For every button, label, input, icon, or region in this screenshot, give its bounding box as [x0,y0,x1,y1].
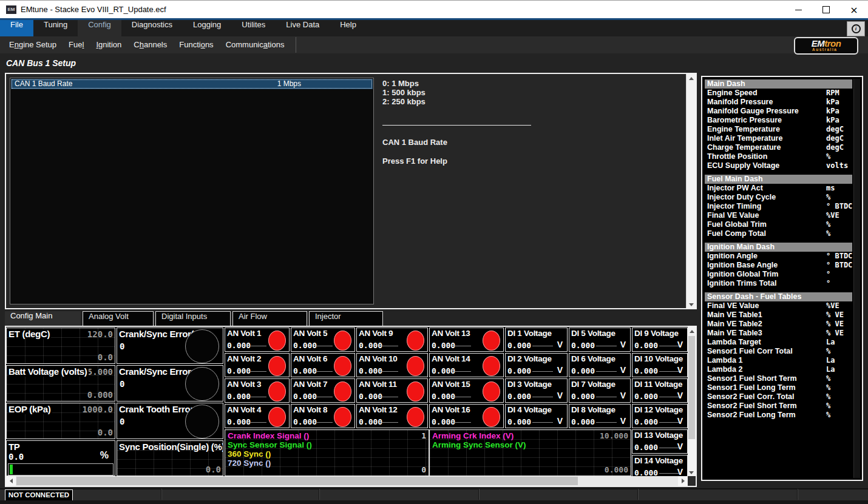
help-panel: 0: 1 Mbps 1: 500 kbps 2: 250 kbps CAN 1 … [382,79,668,166]
dash-channel-unit: RPM [826,89,839,98]
menu-tuning[interactable]: Tuning [33,20,78,36]
sparkline-baseline [532,397,553,397]
crank-tooth-errors-cell[interactable]: Crank Tooth Errors 0 [117,403,223,439]
dash-channel-unit: % [826,152,830,161]
submenu-functions[interactable]: Functions [175,36,217,53]
an-volt-cell-10[interactable]: AN Volt 100.000 [356,353,428,377]
cell-label: AN Volt 12 [359,405,398,414]
scroll-up-icon[interactable] [690,330,694,333]
gauge-cell-et[interactable]: 120.0 0.0 ET (degC) [6,328,115,364]
cell-unit: V [620,391,626,400]
submenu-fuel[interactable]: Fuel [64,36,88,53]
di-voltage-cell-di-3-voltage[interactable]: DI 3 Voltage0.000V [505,378,568,403]
crank-sync-error-count-cell[interactable]: Crank/Sync Error(c 0 [117,328,223,364]
dash-channel-label: Sensor1 Fuel Short Term [707,374,797,383]
cell-label: AN Volt 11 [359,380,397,389]
di-voltage-cell-di-4-voltage[interactable]: DI 4 Voltage0.000V [505,404,568,428]
submenu-channels[interactable]: Channels [129,36,171,53]
menu-logging[interactable]: Logging [183,20,231,36]
cell-value: 0.000 [634,392,658,401]
tab-digital-inputs[interactable]: Digital Inputs [155,311,231,326]
menu-file[interactable]: File [0,20,33,36]
dash-channel-label: Ignition Global Trim [707,270,778,279]
tab-air-flow[interactable]: Air Flow [232,311,307,326]
status-led-red [407,407,424,427]
dash-section-fuel-main-dash: Fuel Main DashInjector PW ActmsInjector … [705,175,852,238]
scrollbar-thumb[interactable] [16,477,578,485]
dash-channel-label: Throttle Position [707,152,767,161]
an-volt-cell-8[interactable]: AN Volt 80.000 [291,404,355,428]
status-led-red [483,381,500,402]
tab-injector[interactable]: Injector [309,311,383,326]
tab-analog-volt[interactable]: Analog Volt [83,311,154,326]
cell-value: 0.000 [359,366,382,375]
an-volt-cell-5[interactable]: AN Volt 50.000 [291,328,355,352]
an-volt-cell-4[interactable]: AN Volt 40.000 [225,404,290,428]
an-volt-cell-16[interactable]: AN Volt 160.000 [429,404,504,428]
menu-help[interactable]: Help [330,20,367,36]
an-volt-cell-7[interactable]: AN Volt 70.000 [291,378,355,403]
scroll-right-button[interactable] [678,476,688,486]
config-row-can1-baud-rate[interactable]: CAN 1 Baud Rate 1 Mbps [11,79,373,89]
tab-config-main[interactable]: Config Main [5,311,81,326]
menu-live-data[interactable]: Live Data [276,20,330,36]
di-voltage-cell-di-7-voltage[interactable]: DI 7 Voltage0.000V [569,378,631,403]
di-voltage-cell-di-8-voltage[interactable]: DI 8 Voltage0.000V [569,404,631,428]
submenu-engine-setup[interactable]: Engine Setup [5,36,61,53]
cell-value: 0.000 [634,341,658,350]
an-volt-cell-11[interactable]: AN Volt 110.000 [356,378,428,403]
cell-value: 0.000 [293,392,317,401]
di-voltage-cell-di-5-voltage[interactable]: DI 5 Voltage0.000V [569,328,631,352]
scroll-down-icon[interactable] [689,471,694,474]
di-voltage-cell-di-12-voltage[interactable]: DI 12 Voltage0.000V [632,404,688,428]
gauge-cell-batt-voltage[interactable]: 15.000 0.000 Batt Voltage (volts) [6,365,115,402]
an-volt-cell-9[interactable]: AN Volt 90.000 [356,328,428,352]
scroll-up-icon[interactable] [689,77,694,80]
an-volt-cell-2[interactable]: AN Volt 20.000 [225,353,290,377]
submenu-divider [296,37,296,53]
config-scrollbar[interactable] [686,74,696,308]
arming-signals-cell[interactable]: Arming Crk Index (V)Arming Sync Sensor (… [429,429,631,476]
menu-config[interactable]: Config [78,20,121,36]
dash-channel-label: Charge Temperature [707,143,781,152]
scrollbar-thumb[interactable] [688,336,695,439]
grid-vertical-scrollbar[interactable] [688,327,696,476]
di-voltage-cell-di-6-voltage[interactable]: DI 6 Voltage0.000V [569,353,631,377]
an-volt-cell-1[interactable]: AN Volt 10.000 [225,328,290,352]
scroll-down-icon[interactable] [689,303,694,306]
crank-sync-errors-cell[interactable]: Crank/Sync Errors 0 [117,365,223,402]
dash-scrollbar[interactable] [853,79,860,478]
info-button[interactable]: i [847,21,865,36]
di-voltage-cell-di-10-voltage[interactable]: DI 10 Voltage0.000V [632,353,688,377]
an-volt-cell-15[interactable]: AN Volt 150.000 [429,378,504,403]
gauge-cell-tp[interactable]: TP 0.0 % [6,440,115,476]
maximize-button[interactable] [812,1,840,19]
an-volt-cell-13[interactable]: AN Volt 130.000 [429,328,504,352]
di-voltage-cell-di-1-voltage[interactable]: DI 1 Voltage0.000V [505,328,568,352]
di-voltage-cell-di-11-voltage[interactable]: DI 11 Voltage0.000V [632,378,688,403]
di-voltage-cell-di-2-voltage[interactable]: DI 2 Voltage0.000V [505,353,568,377]
menu-utilites[interactable]: Utilites [231,20,276,36]
sync-position-cell[interactable]: Sync Position(Single) (%) 0.0 [117,440,223,476]
an-volt-cell-12[interactable]: AN Volt 120.000 [356,404,428,428]
an-volt-cell-3[interactable]: AN Volt 30.000 [225,378,290,403]
di-voltage-cell-di-9-voltage[interactable]: DI 9 Voltage0.000V [632,328,688,352]
minimize-button[interactable] [784,1,812,19]
page-title: CAN Bus 1 Setup [6,58,76,68]
submenu-ignition[interactable]: Ignition [92,36,126,53]
cell-value: 0.000 [634,443,658,452]
cell-value: 0.000 [571,341,595,350]
scroll-left-button[interactable] [6,476,16,486]
di-voltage-cell-di-13-voltage[interactable]: DI 13 Voltage0.000V [632,429,688,454]
grid-horizontal-scrollbar[interactable] [6,476,688,486]
dash-channel-label: Main VE Table1 [707,311,762,320]
submenu-communications[interactable]: Communications [222,36,289,53]
di-voltage-cell-di-14-voltage[interactable]: DI 14 Voltage0.000V [632,455,688,476]
an-volt-cell-6[interactable]: AN Volt 60.000 [291,353,355,377]
gauge-cell-eop[interactable]: 1000.0 0.0 EOP (kPa) [6,403,115,439]
an-volt-cell-14[interactable]: AN Volt 140.000 [429,353,504,377]
menu-diagnostics[interactable]: Diagnostics [121,20,183,36]
close-button[interactable]: × [840,1,868,19]
dash-sections: Main DashEngine SpeedRPMManifold Pressur… [705,79,852,424]
crank-signals-cell[interactable]: Crank Index Signal ()Sync Sensor Signal … [225,429,429,476]
